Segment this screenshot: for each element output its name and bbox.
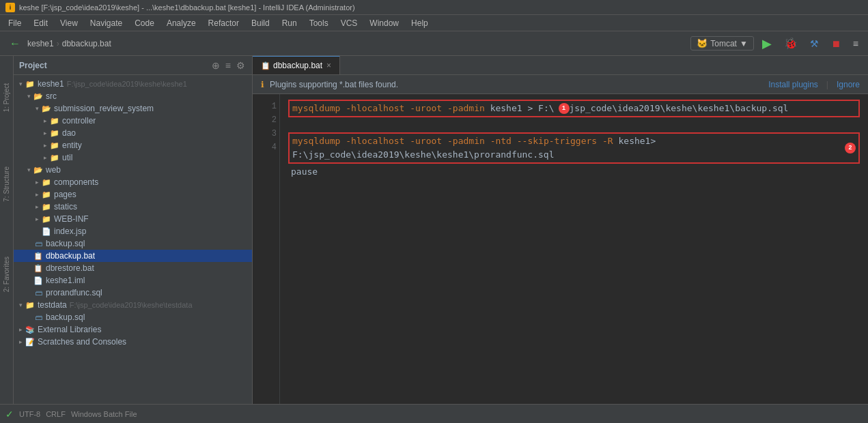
tree-item-dbbackupbat[interactable]: 📋 dbbackup.bat [14,250,252,262]
folder-icon: 📂 [33,164,44,175]
ignore-link[interactable]: Ignore [837,80,860,89]
tree-header: Project ⊕ ≡ ⚙ [14,56,252,75]
line-num-4: 4 [255,141,277,154]
locate-file-button[interactable]: ⊕ [210,60,221,71]
project-label[interactable]: 1: Project [3,83,10,112]
breadcrumb-part1[interactable]: keshe1 [27,39,54,48]
collapse-button[interactable]: ≡ [224,60,232,71]
folder-icon: 📁 [49,152,60,163]
more-button[interactable]: ≡ [849,37,863,50]
tree-item-webinf[interactable]: ▸ 📁 WEB-INF [14,213,252,225]
menu-vcs[interactable]: VCS [335,17,363,29]
tree-item-src[interactable]: ▾ 📂 src [14,90,252,102]
menu-help[interactable]: Help [406,17,434,29]
structure-label[interactable]: 7: Structure [3,166,10,202]
favorites-label[interactable]: 2: Favorites [3,257,10,292]
line-num-2: 2 [255,113,277,127]
file-tree-panel: Project ⊕ ≡ ⚙ ▾ 📁 keshe1 F:\jsp_code\ide… [14,56,253,404]
code-line-1: mysqldump -hlocalhost -uroot -padmin kes… [288,100,860,117]
expand-arrow: ▾ [16,302,25,308]
menu-build[interactable]: Build [246,17,275,29]
item-label-keshe1: keshe1 [38,79,64,89]
install-plugins-link[interactable]: Install plugins [768,80,818,89]
tree-item-keshe1[interactable]: ▾ 📁 keshe1 F:\jsp_code\idea2019\keshe\ke… [14,78,252,90]
tree-item-components[interactable]: ▸ 📁 components [14,176,252,188]
menu-view[interactable]: View [55,17,83,29]
tree-item-keshe1iml[interactable]: 📄 keshe1.iml [14,274,252,287]
menu-code[interactable]: Code [129,17,160,29]
flag-h2: -hlocalhost [346,136,404,146]
folder-icon: 📁 [49,128,60,138]
tree-item-web[interactable]: ▾ 📂 web [14,164,252,176]
tree-item-statics[interactable]: ▸ 📁 statics [14,201,252,213]
flag-p: -padmin [447,103,485,113]
build-button[interactable]: ⚒ [806,37,823,50]
tree-title: Project [19,61,210,70]
item-label-keshe1iml: keshe1.iml [46,276,85,285]
bottom-bat: Windows Batch File [71,410,137,418]
tree-item-testdata[interactable]: ▾ 📁 testdata F:\jsp_code\idea2019\keshe\… [14,299,252,311]
run-button[interactable]: ▶ [758,35,776,53]
flag-u2: -uroot [410,136,442,146]
scratches-icon: 📝 [25,336,36,347]
tree-item-pages[interactable]: ▸ 📁 pages [14,188,252,201]
item-path-testdata: F:\jsp_code\idea2019\keshe\testdata [70,301,193,309]
plugin-banner: ℹ Plugins supporting *.bat files found. … [253,75,868,94]
code-text-1b: jsp_code\idea2019\keshe\keshe1\backup.sq… [570,102,789,115]
code-text-1: mysqldump -hlocalhost -uroot -padmin kes… [292,102,555,115]
tree-item-controller[interactable]: ▸ 📁 controller [14,115,252,127]
settings-button[interactable]: ⚙ [235,60,247,71]
expand-arrow: ▸ [41,117,49,124]
server-icon: 🐱 [697,38,708,48]
menu-edit[interactable]: Edit [28,17,53,29]
menu-bar: File Edit View Navigate Code Analyze Ref… [0,15,868,31]
bat-icon: 📋 [33,263,44,274]
menu-file[interactable]: File [3,17,27,29]
debug-button[interactable]: 🐞 [780,35,802,51]
tree-item-util[interactable]: ▸ 📁 util [14,151,252,164]
tree-content: ▾ 📁 keshe1 F:\jsp_code\idea2019\keshe\ke… [14,75,252,404]
toolbar: ← keshe1 › dbbackup.bat 🐱 Tomcat ▼ ▶ 🐞 ⚒… [0,31,868,56]
item-label-webinf: WEB-INF [54,214,89,224]
tab-dbbackupbat[interactable]: 📋 dbbackup.bat × [253,56,340,74]
run-config-dropdown[interactable]: 🐱 Tomcat ▼ [690,36,754,50]
menu-tools[interactable]: Tools [304,17,334,29]
expand-arrow: ▸ [33,203,41,210]
flag-ntd: -ntd [490,136,512,146]
flag-r: -R [602,136,613,146]
sql-icon: 🗃 [33,312,44,323]
menu-window[interactable]: Window [364,17,404,29]
menu-analyze[interactable]: Analyze [161,17,201,29]
menu-navigate[interactable]: Navigate [85,17,128,29]
badge-2: 2 [845,143,856,154]
expand-arrow: ▾ [33,105,41,112]
breadcrumb-part2[interactable]: dbbackup.bat [62,39,111,48]
module-icon: 📁 [25,300,36,310]
tree-item-backupsql2[interactable]: 🗃 backup.sql [14,311,252,323]
expand-arrow: ▸ [41,142,49,149]
cmd-mysqldump1: mysqldump [292,103,340,113]
menu-refactor[interactable]: Refactor [203,17,244,29]
item-label-backupsql2: backup.sql [46,312,85,322]
plugin-banner-icon: ℹ [261,80,264,89]
flag-skip: --skip-triggers [517,136,597,146]
tree-item-backupsql[interactable]: 🗃 backup.sql [14,237,252,250]
menu-run[interactable]: Run [277,17,303,29]
tree-item-prorandfunc[interactable]: 🗃 prorandfunc.sql [14,287,252,299]
tree-item-indexjsp[interactable]: 📄 index.jsp [14,225,252,237]
tree-item-scratches[interactable]: ▸ 📝 Scratches and Consoles [14,336,252,348]
tree-item-dbrestorebat[interactable]: 📋 dbrestore.bat [14,262,252,274]
expand-arrow: ▸ [33,191,41,198]
stop-button[interactable]: ⏹ [827,37,845,50]
tree-item-entity[interactable]: ▸ 📁 entity [14,139,252,151]
back-button[interactable]: ← [5,36,25,51]
code-editor[interactable]: 1 2 3 4 mysqldump -hlocalhost -uroot -pa… [253,94,868,404]
tree-item-extlibs[interactable]: ▸ 📚 External Libraries [14,323,252,336]
folder-icon: 📂 [41,103,52,114]
tab-icon: 📋 [261,61,270,70]
code-content[interactable]: mysqldump -hlocalhost -uroot -padmin kes… [280,94,868,404]
tree-item-submission[interactable]: ▾ 📂 submission_review_system [14,102,252,115]
badge-1: 1 [559,103,570,114]
toolbar-actions: 🐱 Tomcat ▼ ▶ 🐞 ⚒ ⏹ ≡ [690,35,863,53]
tree-item-dao[interactable]: ▸ 📁 dao [14,127,252,139]
